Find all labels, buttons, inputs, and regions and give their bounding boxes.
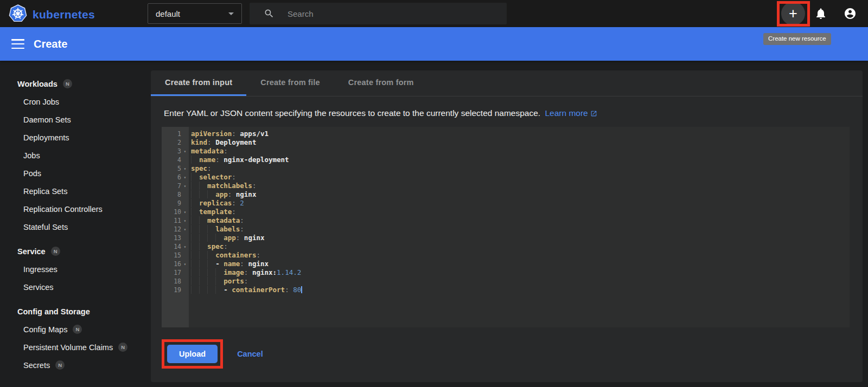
sidebar-item-replica-sets[interactable]: Replica Sets bbox=[0, 182, 151, 200]
person-circle-icon bbox=[844, 7, 857, 20]
tab-create-from-input[interactable]: Create from input bbox=[151, 70, 246, 96]
token-val: nginx bbox=[244, 260, 269, 268]
fold-icon[interactable]: ▾ bbox=[181, 149, 189, 154]
line-number: 1 bbox=[162, 130, 181, 138]
sidebar-item-replication-controllers[interactable]: Replication Controllers bbox=[0, 200, 151, 218]
new-badge: N bbox=[118, 343, 127, 352]
sidebar-item-label: Ingresses bbox=[23, 265, 58, 274]
line-number: 15 bbox=[162, 251, 181, 259]
fold-icon[interactable]: ▾ bbox=[181, 244, 189, 249]
token-sp bbox=[191, 260, 215, 268]
menu-icon[interactable] bbox=[11, 39, 24, 49]
line-number: 17 bbox=[162, 269, 181, 276]
sidebar-item-services[interactable]: Services bbox=[0, 278, 151, 296]
gutter-line: 18 bbox=[162, 277, 189, 286]
code-line: app: nginx bbox=[191, 190, 850, 199]
token-sp bbox=[191, 156, 199, 164]
sidebar-item-pods[interactable]: Pods bbox=[0, 164, 151, 182]
code-line: template: bbox=[191, 208, 850, 216]
tab-create-from-form[interactable]: Create from form bbox=[334, 70, 428, 96]
sidebar-item-config-maps[interactable]: Config MapsN bbox=[0, 320, 151, 338]
line-number: 13 bbox=[162, 234, 181, 242]
sidebar-item-deployments[interactable]: Deployments bbox=[0, 128, 151, 146]
token-punc: : bbox=[232, 199, 236, 207]
namespace-selector[interactable]: default bbox=[148, 3, 242, 24]
fold-icon[interactable]: ▾ bbox=[181, 227, 189, 232]
code-line: image: nginx:1.14.2 bbox=[191, 268, 850, 277]
upload-button[interactable]: Upload bbox=[167, 345, 218, 363]
token-punc: : bbox=[244, 277, 248, 285]
learn-more-link[interactable]: Learn more bbox=[545, 108, 597, 118]
code-line: spec: bbox=[191, 242, 850, 251]
code-line: app: nginx bbox=[191, 234, 850, 242]
token-punc: : bbox=[256, 251, 260, 259]
token-punc: : bbox=[232, 173, 236, 181]
sidebar-item-secrets[interactable]: SecretsN bbox=[0, 356, 151, 374]
token-punc: : bbox=[240, 260, 244, 268]
sidebar-item-label: Stateful Sets bbox=[23, 223, 68, 231]
sidebar-item-stateful-sets[interactable]: Stateful Sets bbox=[0, 218, 151, 236]
token-key: name bbox=[199, 156, 215, 164]
notifications-button[interactable] bbox=[814, 7, 827, 20]
fold-icon[interactable]: ▾ bbox=[181, 184, 189, 189]
fold-icon[interactable]: ▾ bbox=[181, 166, 189, 171]
create-panel: Create from inputCreate from fileCreate … bbox=[151, 70, 863, 382]
token-sp bbox=[191, 242, 207, 250]
brand[interactable]: kubernetes bbox=[9, 4, 95, 25]
sidebar-item-label: Jobs bbox=[23, 151, 40, 160]
plus-icon: + bbox=[789, 5, 797, 22]
fold-icon[interactable]: ▾ bbox=[181, 218, 189, 223]
line-number: 10 bbox=[162, 208, 181, 216]
user-account-button[interactable] bbox=[844, 7, 857, 20]
token-sp bbox=[191, 251, 215, 259]
token-sp bbox=[191, 208, 199, 216]
token-key: kind bbox=[191, 138, 207, 146]
search-bar[interactable] bbox=[250, 3, 507, 24]
line-number: 3 bbox=[162, 147, 181, 155]
line-number: 9 bbox=[162, 199, 181, 207]
search-input[interactable] bbox=[288, 9, 483, 18]
token-key: name bbox=[224, 260, 240, 268]
create-new-resource-button[interactable]: + bbox=[781, 2, 805, 25]
gutter-line: 15 bbox=[162, 251, 189, 260]
sidebar-item-ingresses[interactable]: Ingresses bbox=[0, 260, 151, 278]
yaml-editor[interactable]: 123▾45▾6▾7▾8910▾11▾12▾1314▾1516▾171819 a… bbox=[162, 127, 850, 327]
token-sp bbox=[191, 286, 224, 294]
gutter-line: 5▾ bbox=[162, 164, 189, 173]
token-punc: : bbox=[224, 242, 228, 250]
sidebar-section-config-and-storage[interactable]: Config and Storage bbox=[0, 302, 151, 320]
new-badge: N bbox=[51, 247, 60, 256]
sidebar-section-workloads[interactable]: WorkloadsN bbox=[0, 75, 151, 93]
token-key: containerPort bbox=[232, 286, 285, 294]
gutter-line: 8 bbox=[162, 190, 189, 199]
code-line: ports: bbox=[191, 277, 850, 286]
fold-icon[interactable]: ▾ bbox=[181, 175, 189, 180]
sidebar-item-daemon-sets[interactable]: Daemon Sets bbox=[0, 111, 151, 128]
fold-icon[interactable]: ▾ bbox=[181, 210, 189, 215]
actions-row: Upload Cancel bbox=[162, 339, 850, 369]
token-key: ports bbox=[224, 277, 244, 285]
tab-create-from-file[interactable]: Create from file bbox=[246, 70, 334, 96]
editor-code[interactable]: apiVersion: apps/v1kind: Deploymentmetad… bbox=[189, 127, 850, 327]
token-val: apps/v1 bbox=[236, 130, 269, 138]
sidebar-item-cron-jobs[interactable]: Cron Jobs bbox=[0, 93, 151, 111]
namespace-value: default bbox=[156, 9, 228, 18]
line-number: 11 bbox=[162, 217, 181, 224]
brand-name: kubernetes bbox=[33, 8, 95, 21]
annotation-box-upload: Upload bbox=[162, 339, 223, 369]
token-key: matchLabels bbox=[207, 182, 252, 190]
fold-icon[interactable]: ▾ bbox=[181, 262, 189, 267]
sidebar-section-label: Config and Storage bbox=[17, 307, 90, 316]
token-sp bbox=[191, 190, 215, 198]
token-sp bbox=[191, 182, 207, 190]
gutter-line: 2 bbox=[162, 138, 189, 147]
token-punc: : bbox=[215, 156, 220, 164]
gutter-line: 12▾ bbox=[162, 225, 189, 234]
sidebar-item-persistent-volume-claims[interactable]: Persistent Volume ClaimsN bbox=[0, 338, 151, 356]
description-text: Enter YAML or JSON content specifying th… bbox=[164, 108, 540, 118]
line-number: 18 bbox=[162, 278, 181, 285]
cancel-button[interactable]: Cancel bbox=[237, 350, 263, 358]
sidebar-section-service[interactable]: ServiceN bbox=[0, 242, 151, 260]
sidebar-item-jobs[interactable]: Jobs bbox=[0, 146, 151, 164]
search-icon bbox=[264, 8, 275, 19]
